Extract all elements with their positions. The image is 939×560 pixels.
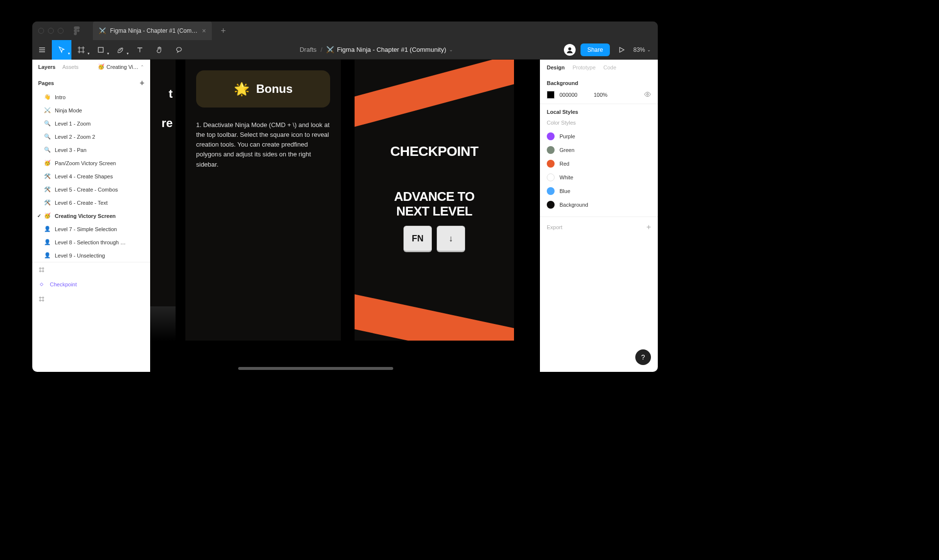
export-section[interactable]: Export + xyxy=(540,217,658,237)
page-item[interactable]: 🛠️Level 4 - Create Shapes xyxy=(32,170,150,183)
page-item[interactable]: 🛠️Level 6 - Create - Text xyxy=(32,196,150,209)
breadcrumb[interactable]: Drafts / ⚔️ Figma Ninja - Chapter #1 (Co… xyxy=(189,46,564,53)
bonus-card: 🌟 Bonus xyxy=(196,70,330,108)
share-button[interactable]: Share xyxy=(581,43,610,56)
color-swatch xyxy=(547,201,555,209)
page-emoji-icon: ⚔️ xyxy=(44,107,51,113)
layer-item[interactable]: Checkpoint xyxy=(32,277,150,292)
page-name: Level 9 - Unselecting xyxy=(55,253,105,258)
color-style-row[interactable]: Red xyxy=(547,157,651,171)
zoom-control[interactable]: 83% ⌄ xyxy=(633,46,651,53)
color-style-row[interactable]: Green xyxy=(547,143,651,157)
page-item[interactable]: 👤Level 9 - Unselecting xyxy=(32,249,150,262)
page-name: Level 3 - Pan xyxy=(55,147,87,153)
main-menu-button[interactable] xyxy=(32,40,52,60)
left-panel: Layers Assets 🥳 Creating Vi… ⌃ Pages + 👋… xyxy=(32,60,150,372)
user-avatar[interactable] xyxy=(564,44,576,56)
local-styles-section: Local Styles Color Styles PurpleGreenRed… xyxy=(540,104,658,217)
export-label: Export xyxy=(547,224,562,230)
frame-text: t xyxy=(169,87,173,101)
frame-text: re xyxy=(161,116,173,130)
canvas[interactable]: t re 🌟 Bonus 1. Deactivate Ninja Mode (C… xyxy=(150,60,540,372)
chevron-up-icon: ⌃ xyxy=(140,65,144,69)
page-emoji-icon: 🛠️ xyxy=(44,173,51,179)
stripe-decoration xyxy=(355,60,514,132)
page-item[interactable]: 🔍Level 3 - Pan xyxy=(32,143,150,156)
figma-logo-icon xyxy=(72,26,81,35)
layer-item[interactable] xyxy=(32,262,150,277)
frame-icon xyxy=(38,266,45,273)
present-button[interactable] xyxy=(615,40,628,60)
text-tool[interactable] xyxy=(130,40,150,60)
page-emoji-icon: 👋 xyxy=(44,94,51,100)
design-tab[interactable]: Design xyxy=(547,65,565,70)
page-emoji-icon: 🛠️ xyxy=(44,186,51,193)
assets-tab[interactable]: Assets xyxy=(62,64,78,70)
prototype-tab[interactable]: Prototype xyxy=(573,65,596,70)
breadcrumb-location[interactable]: Drafts xyxy=(300,46,317,53)
move-tool[interactable]: ▾ xyxy=(52,40,71,60)
background-swatch[interactable] xyxy=(547,91,555,99)
add-export-button[interactable]: + xyxy=(647,223,651,232)
color-swatch xyxy=(547,173,555,181)
add-page-button[interactable]: + xyxy=(140,79,144,87)
svg-rect-1 xyxy=(98,47,103,52)
page-item[interactable]: ✓🥳Creating Victory Screen xyxy=(32,209,150,222)
page-item[interactable]: 👤Level 7 - Simple Selection xyxy=(32,222,150,236)
hand-tool[interactable] xyxy=(150,40,169,60)
page-name: Level 6 - Create - Text xyxy=(55,200,108,206)
swords-icon: ⚔️ xyxy=(326,46,334,53)
layers-tab[interactable]: Layers xyxy=(38,64,55,70)
background-opacity[interactable]: 100% xyxy=(594,92,607,98)
page-emoji-icon: 👤 xyxy=(44,252,51,258)
layer-list: Checkpoint xyxy=(32,262,150,306)
page-item[interactable]: 🛠️Level 5 - Create - Combos xyxy=(32,183,150,196)
code-tab[interactable]: Code xyxy=(604,65,616,70)
page-item[interactable]: 🥳Pan/Zoom Victory Screen xyxy=(32,156,150,170)
visibility-toggle-icon[interactable] xyxy=(644,91,651,99)
canvas-frame-checkpoint[interactable]: CHECKPOINT ADVANCE TO NEXT LEVEL FN ↓ xyxy=(355,60,514,341)
shape-tool[interactable]: ▾ xyxy=(91,40,111,60)
layer-item[interactable] xyxy=(32,292,150,306)
comment-tool[interactable] xyxy=(169,40,189,60)
background-hex[interactable]: 000000 xyxy=(559,92,589,98)
page-emoji-icon: 🛠️ xyxy=(44,199,51,206)
color-style-row[interactable]: White xyxy=(547,171,651,184)
page-item[interactable]: 👋Intro xyxy=(32,90,150,104)
page-item[interactable]: 🔍Level 1 - Zoom xyxy=(32,117,150,130)
pen-tool[interactable]: ▾ xyxy=(111,40,130,60)
background-header: Background xyxy=(547,80,651,86)
chevron-down-icon: ▾ xyxy=(88,51,89,56)
scrollbar-thumb[interactable] xyxy=(238,367,393,370)
horizontal-scrollbar[interactable] xyxy=(238,367,520,370)
page-item[interactable]: 🔍Level 2 - Zoom 2 xyxy=(32,130,150,143)
svg-point-0 xyxy=(77,30,80,32)
page-name: Level 1 - Zoom xyxy=(55,121,90,127)
canvas-frame-left[interactable]: t re xyxy=(150,60,176,341)
titlebar: ⚔️ Figma Ninja - Chapter #1 (Comm… × + xyxy=(32,22,658,40)
chevron-down-icon[interactable]: ⌄ xyxy=(449,47,453,52)
current-page-dropdown[interactable]: 🥳 Creating Vi… ⌃ xyxy=(98,64,144,70)
file-tab[interactable]: ⚔️ Figma Ninja - Chapter #1 (Comm… × xyxy=(93,22,212,40)
bonus-body-text: 1. Deactivate Ninja Mode (CMD + \) and l… xyxy=(196,120,330,170)
check-icon: ✓ xyxy=(37,213,41,218)
help-button[interactable]: ? xyxy=(635,349,651,365)
color-style-name: Green xyxy=(559,147,575,153)
tab-close-button[interactable]: × xyxy=(202,27,206,35)
canvas-frame-bonus[interactable]: 🌟 Bonus 1. Deactivate Ninja Mode (CMD + … xyxy=(185,60,341,341)
color-style-row[interactable]: Background xyxy=(547,198,651,212)
page-item[interactable]: ⚔️Ninja Mode xyxy=(32,104,150,117)
color-style-row[interactable]: Blue xyxy=(547,184,651,198)
page-emoji-icon: 🔍 xyxy=(44,120,51,127)
page-name: Intro xyxy=(55,94,66,100)
chevron-down-icon: ▾ xyxy=(127,51,129,56)
new-tab-button[interactable]: + xyxy=(221,26,226,36)
window-controls[interactable] xyxy=(38,28,64,34)
page-emoji-icon: 🥳 xyxy=(44,160,51,166)
color-style-name: Background xyxy=(559,202,588,208)
color-style-row[interactable]: Purple xyxy=(547,129,651,143)
frame-tool[interactable]: ▾ xyxy=(71,40,91,60)
color-style-name: Red xyxy=(559,161,569,167)
page-item[interactable]: 👤Level 8 - Selection through … xyxy=(32,236,150,249)
page-name: Level 2 - Zoom 2 xyxy=(55,134,95,140)
